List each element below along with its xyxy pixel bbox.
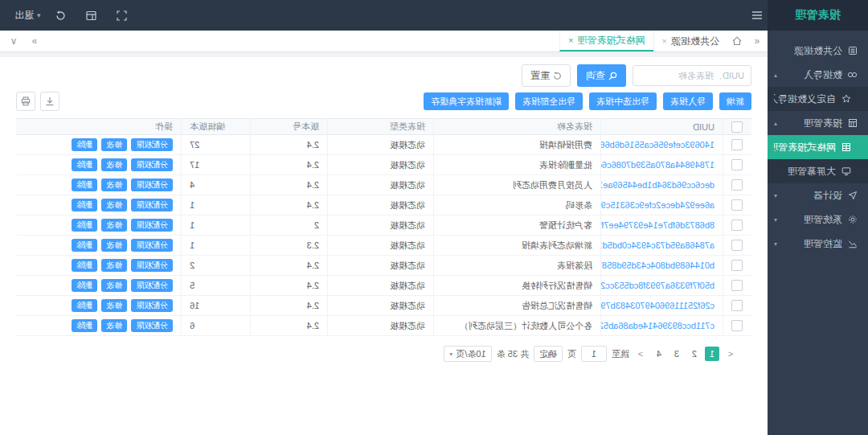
close-icon[interactable]: × bbox=[662, 36, 667, 46]
edit-button[interactable]: 修改 bbox=[101, 219, 127, 232]
delete-button[interactable]: 删除 bbox=[72, 299, 97, 312]
assign-permission-button[interactable]: 分配权限 bbox=[131, 219, 173, 232]
sidebar-item-7[interactable]: 系统管理▾ bbox=[768, 207, 868, 232]
uuid-link[interactable]: dec6cc96d364b1be44569ae18... bbox=[600, 180, 714, 190]
refresh-dict-cache-button[interactable]: 刷新报表字典缓存 bbox=[424, 92, 509, 110]
logout-button[interactable]: ▾ 退出 bbox=[14, 9, 41, 23]
row-checkbox[interactable] bbox=[732, 300, 743, 311]
layout-icon[interactable] bbox=[81, 0, 102, 31]
home-icon[interactable] bbox=[727, 36, 747, 46]
add-button[interactable]: 新增 bbox=[719, 92, 751, 110]
tab-public-datasource[interactable]: 公共数据源 × bbox=[653, 31, 727, 51]
assign-permission-button[interactable]: 分配权限 bbox=[131, 259, 173, 272]
page-size-select[interactable]: 10条/页 ▾ bbox=[444, 346, 491, 362]
uuid-link[interactable]: c26f25111696049703483b7915... bbox=[600, 301, 714, 310]
search-button[interactable]: 查询 bbox=[577, 64, 626, 87]
tabs-scroll-right-icon[interactable]: » bbox=[24, 35, 45, 47]
assign-permission-button[interactable]: 分配权限 bbox=[131, 319, 173, 332]
edit-button[interactable]: 修改 bbox=[101, 179, 127, 191]
select-all-checkbox[interactable] bbox=[732, 121, 743, 133]
edit-button[interactable]: 修改 bbox=[101, 199, 127, 211]
uuid-link[interactable]: 8b6873d6fb7e14e93794ee7fc1... bbox=[600, 220, 714, 230]
jump-page-input[interactable] bbox=[581, 346, 607, 362]
refresh-icon[interactable] bbox=[51, 0, 72, 31]
sidebar-item-3[interactable]: 报表管理▴ bbox=[768, 111, 868, 135]
row-checkbox[interactable] bbox=[732, 179, 743, 191]
fullscreen-icon[interactable] bbox=[112, 0, 133, 31]
prev-page-icon[interactable]: < bbox=[724, 349, 737, 359]
sidebar-item-5[interactable]: 大屏幕管理 bbox=[768, 159, 868, 183]
assign-permission-button[interactable]: 分配权限 bbox=[131, 138, 173, 151]
edit-button[interactable]: 修改 bbox=[101, 158, 127, 171]
uuid-link[interactable]: c711bcc89396414eda86ab52ee0... bbox=[600, 321, 714, 330]
uuid-link[interactable]: 17849844a870a539d7086c6d3... bbox=[600, 160, 714, 170]
menu-collapse-icon[interactable] bbox=[747, 0, 768, 31]
uuid-link[interactable]: b50f7f9336a7993f8cd553cc22... bbox=[600, 281, 714, 290]
edit-button[interactable]: 修改 bbox=[101, 259, 127, 272]
version-number-cell: 2.4 bbox=[250, 135, 327, 154]
delete-button[interactable]: 删除 bbox=[72, 279, 97, 292]
export-selected-button[interactable]: 导出选中报表 bbox=[589, 92, 657, 110]
page-number-2[interactable]: 2 bbox=[687, 347, 702, 361]
row-checkbox[interactable] bbox=[732, 139, 743, 150]
table-row: dec6cc96d364b1be44569ae18...人员按月费用动态列动态模… bbox=[16, 175, 751, 195]
edit-button[interactable]: 修改 bbox=[101, 239, 127, 252]
delete-button[interactable]: 删除 bbox=[72, 158, 97, 171]
assign-permission-button[interactable]: 分配权限 bbox=[131, 279, 173, 292]
report-name-cell: 人员按月费用动态列 bbox=[433, 175, 600, 195]
delete-button[interactable]: 删除 bbox=[72, 199, 97, 211]
report-name-cell: 批量删除报表 bbox=[433, 155, 600, 174]
delete-button[interactable]: 删除 bbox=[72, 138, 97, 151]
row-checkbox[interactable] bbox=[732, 220, 743, 231]
tab-grid-report-management[interactable]: 网格式报表管理 × bbox=[559, 31, 653, 51]
sidebar-item-8[interactable]: 监控管理▾ bbox=[768, 232, 868, 256]
edit-button[interactable]: 修改 bbox=[101, 319, 127, 332]
page-number-1[interactable]: 1 bbox=[705, 347, 719, 361]
uuid-link[interactable]: 140693cefe956ca5516d6b66e2... bbox=[600, 140, 714, 150]
page-number-4[interactable]: 4 bbox=[652, 347, 666, 361]
delete-button[interactable]: 删除 bbox=[72, 259, 97, 272]
delete-button[interactable]: 删除 bbox=[72, 179, 97, 191]
search-input[interactable] bbox=[633, 65, 751, 86]
assign-permission-button[interactable]: 分配权限 bbox=[131, 299, 173, 312]
next-page-icon[interactable]: > bbox=[634, 349, 647, 359]
edit-button[interactable]: 修改 bbox=[101, 279, 127, 292]
assign-permission-button[interactable]: 分配权限 bbox=[131, 199, 173, 211]
delete-button[interactable]: 删除 bbox=[72, 239, 97, 252]
main-area: « 公共数据源 × 网格式报表管理 × » ∨ 查询 bbox=[0, 31, 768, 435]
row-checkbox[interactable] bbox=[732, 280, 743, 291]
uuid-link[interactable]: b0144689bd804c43d59d85871a... bbox=[600, 261, 714, 270]
row-checkbox[interactable] bbox=[732, 320, 743, 331]
uuid-link[interactable]: a78468a95d73c4934c0bd5d11... bbox=[600, 240, 714, 250]
edit-version: 27 bbox=[190, 140, 199, 150]
assign-permission-button[interactable]: 分配权限 bbox=[131, 239, 173, 252]
close-icon[interactable]: × bbox=[568, 35, 573, 45]
row-checkbox[interactable] bbox=[732, 240, 743, 251]
sidebar-item-4[interactable]: 网格式报表管理 bbox=[768, 135, 868, 159]
download-icon[interactable] bbox=[40, 92, 59, 111]
printer-icon[interactable] bbox=[16, 92, 35, 111]
export-all-button[interactable]: 导出全部报表 bbox=[515, 92, 583, 110]
edit-button[interactable]: 修改 bbox=[101, 138, 127, 151]
edit-button[interactable]: 修改 bbox=[101, 299, 127, 312]
row-checkbox[interactable] bbox=[732, 159, 743, 170]
reset-button[interactable]: 重置 bbox=[522, 64, 571, 87]
row-checkbox-cell bbox=[723, 155, 751, 174]
sidebar-item-0[interactable]: 公共数据源 bbox=[768, 39, 868, 63]
row-checkbox[interactable] bbox=[732, 260, 743, 271]
import-report-button[interactable]: 导入报表 bbox=[663, 92, 713, 110]
assign-permission-button[interactable]: 分配权限 bbox=[131, 179, 173, 191]
edit-version: 5 bbox=[190, 281, 194, 290]
page-number-3[interactable]: 3 bbox=[669, 347, 684, 361]
delete-button[interactable]: 删除 bbox=[72, 319, 97, 332]
sidebar-item-2[interactable]: 自定义数据导入 bbox=[768, 87, 868, 111]
tabs-more-icon[interactable]: ∨ bbox=[3, 35, 24, 47]
sidebar-item-6[interactable]: 设计器▾ bbox=[768, 183, 868, 207]
row-checkbox[interactable] bbox=[732, 199, 743, 211]
delete-button[interactable]: 删除 bbox=[72, 219, 97, 232]
uuid-link[interactable]: a6ee924dece2cfe9c36315c902... bbox=[600, 200, 714, 210]
jump-confirm-button[interactable]: 确定 bbox=[534, 346, 563, 362]
tabs-scroll-left-icon[interactable]: « bbox=[747, 35, 768, 47]
sidebar-item-1[interactable]: 数据导入▴ bbox=[768, 63, 868, 87]
assign-permission-button[interactable]: 分配权限 bbox=[131, 158, 173, 171]
